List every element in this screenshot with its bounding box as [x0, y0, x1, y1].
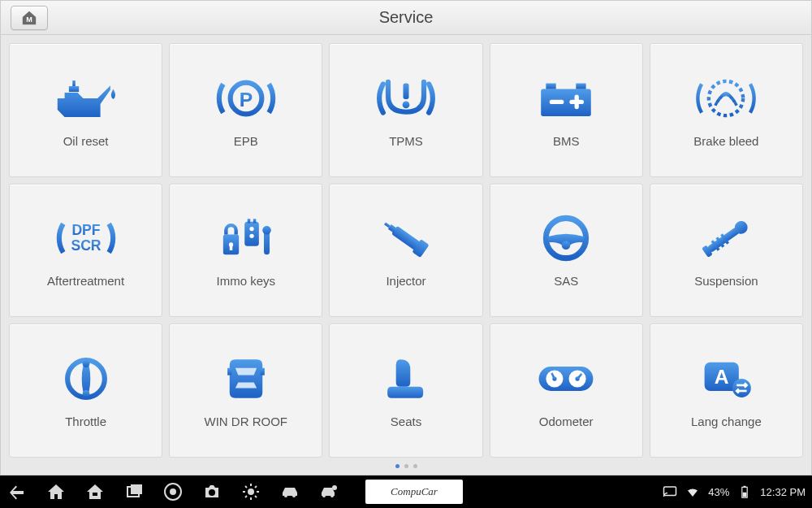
tile-label: Throttle	[65, 415, 106, 428]
navbar-left: CompuCar	[6, 480, 463, 504]
throttle-icon	[50, 353, 122, 405]
language-icon	[690, 353, 762, 405]
service-tile-immo-keys[interactable]: Immo keys	[169, 184, 322, 318]
svg-line-14	[255, 486, 257, 488]
tile-label: Aftertreatment	[47, 274, 124, 288]
app-window: M Service Oil resetEPBTPMSBMSBrake bleed…	[0, 0, 812, 475]
cast-icon	[663, 485, 677, 498]
svg-point-16	[332, 485, 337, 490]
svg-point-6	[209, 489, 215, 496]
wifi-icon	[685, 485, 700, 498]
odometer-icon	[530, 353, 602, 405]
home-m-icon: M	[20, 10, 38, 26]
service-tile-lang-change[interactable]: Lang change	[650, 323, 803, 458]
steering-wheel-icon	[530, 212, 602, 264]
service-tile-sas[interactable]: SAS	[490, 184, 643, 318]
svg-rect-3	[131, 484, 142, 494]
back-icon[interactable]	[6, 482, 28, 501]
svg-rect-19	[744, 486, 746, 488]
home-button[interactable]: M	[11, 6, 48, 30]
svg-rect-17	[664, 487, 676, 496]
tile-label: EPB	[234, 134, 258, 148]
svg-point-5	[170, 488, 176, 495]
system-navbar: CompuCar 43% 12:32 PM	[0, 475, 812, 508]
parking-brake-icon	[210, 72, 282, 124]
battery-percent: 43%	[708, 486, 729, 498]
service-grid-container: Oil resetEPBTPMSBMSBrake bleedAftertreat…	[1, 35, 811, 459]
chrome-icon[interactable]	[162, 482, 184, 501]
page-title: Service	[1, 8, 811, 27]
recent-apps-icon[interactable]	[123, 482, 145, 501]
service-grid: Oil resetEPBTPMSBMSBrake bleedAftertreat…	[9, 43, 803, 458]
home-icon[interactable]	[45, 482, 67, 501]
tile-label: WIN DR ROOF	[205, 415, 288, 428]
tile-label: BMS	[553, 134, 580, 148]
seat-icon	[370, 353, 442, 405]
suspension-icon	[690, 212, 762, 264]
svg-rect-1	[93, 493, 97, 496]
service-tile-suspension[interactable]: Suspension	[650, 184, 803, 318]
battery-icon	[737, 485, 752, 498]
car-user-icon[interactable]	[318, 482, 339, 501]
tile-label: Odometer	[539, 415, 594, 428]
tile-label: Immo keys	[217, 274, 276, 288]
service-tile-aftertreatment[interactable]: Aftertreatment	[9, 184, 162, 318]
tile-label: Injector	[386, 274, 425, 288]
car-icon[interactable]	[279, 482, 300, 501]
service-tile-throttle[interactable]: Throttle	[9, 323, 162, 458]
svg-line-13	[255, 496, 257, 497]
page-dot[interactable]	[413, 464, 417, 468]
oil-can-icon	[50, 72, 122, 124]
tile-label: Oil reset	[63, 134, 109, 148]
android-home-icon[interactable]	[84, 482, 106, 501]
tile-label: Seats	[391, 415, 421, 428]
tile-label: SAS	[554, 274, 578, 288]
svg-rect-20	[743, 493, 747, 497]
service-tile-epb[interactable]: EPB	[169, 43, 322, 177]
service-tile-win-dr-roof[interactable]: WIN DR ROOF	[169, 323, 322, 458]
dpf-scr-icon	[50, 212, 122, 264]
svg-point-7	[248, 488, 254, 495]
brake-bleed-icon	[690, 72, 762, 124]
watermark-logo: CompuCar	[365, 480, 463, 504]
svg-line-12	[245, 486, 247, 488]
camera-icon[interactable]	[201, 482, 222, 501]
tile-label: Brake bleed	[693, 134, 758, 148]
car-top-icon	[210, 353, 282, 405]
svg-line-15	[245, 496, 247, 497]
service-tile-injector[interactable]: Injector	[329, 184, 482, 318]
tile-label: Suspension	[694, 274, 758, 288]
header-bar: M Service	[1, 1, 811, 35]
svg-text:M: M	[26, 15, 32, 24]
tpms-icon	[370, 72, 442, 124]
service-tile-bms[interactable]: BMS	[490, 43, 643, 177]
immo-keys-icon	[210, 212, 282, 264]
service-tile-oil-reset[interactable]: Oil reset	[9, 43, 162, 177]
page-dot[interactable]	[395, 464, 400, 468]
navbar-status: 43% 12:32 PM	[663, 485, 806, 498]
service-tile-seats[interactable]: Seats	[329, 323, 482, 458]
service-tile-odometer[interactable]: Odometer	[490, 323, 643, 458]
page-dot[interactable]	[404, 464, 408, 468]
service-tile-brake-bleed[interactable]: Brake bleed	[650, 43, 803, 177]
tile-label: TPMS	[389, 134, 423, 148]
battery-icon	[530, 72, 602, 124]
page-indicator	[1, 459, 811, 475]
tile-label: Lang change	[691, 415, 762, 428]
service-tile-tpms[interactable]: TPMS	[329, 43, 482, 177]
injector-icon	[370, 212, 442, 264]
brightness-icon[interactable]	[240, 482, 261, 501]
clock: 12:32 PM	[760, 486, 806, 498]
